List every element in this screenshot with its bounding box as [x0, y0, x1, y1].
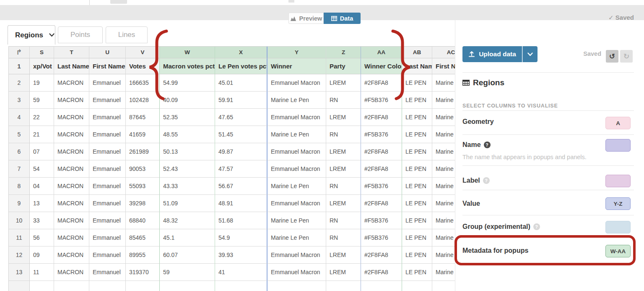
- cell-W12[interactable]: 60.07: [160, 246, 215, 264]
- cell-AC3[interactable]: Marine: [432, 92, 455, 109]
- cell-AC7[interactable]: Marine: [432, 160, 455, 178]
- cell-V11[interactable]: 85465: [126, 229, 160, 246]
- cell-Z9[interactable]: LREM: [326, 195, 361, 212]
- column-letter-AC[interactable]: AC: [432, 47, 455, 58]
- cell-Z11[interactable]: RN: [326, 229, 361, 246]
- cell-AC6[interactable]: Marine: [432, 143, 455, 160]
- cell-T11[interactable]: MACRON: [54, 229, 89, 246]
- column-header-Y[interactable]: Winner: [267, 58, 326, 74]
- column-header-Z[interactable]: Party: [326, 58, 361, 74]
- cell-Z6[interactable]: LREM: [326, 143, 361, 160]
- row-number[interactable]: 7: [9, 160, 30, 178]
- column-header-U[interactable]: First Name: [89, 58, 126, 74]
- cell-U9[interactable]: Emmanuel: [89, 195, 126, 212]
- column-letter-AB[interactable]: AB: [402, 47, 432, 58]
- cell-S12[interactable]: 09: [30, 246, 54, 264]
- tab-regions[interactable]: Regions: [8, 25, 55, 45]
- cell-Y13[interactable]: Emmanuel Macron: [267, 264, 326, 281]
- redo-button[interactable]: ↻: [620, 50, 633, 63]
- cell-V8[interactable]: 55093: [126, 178, 160, 195]
- cell-Y3[interactable]: Marine Le Pen: [267, 92, 326, 109]
- cell-AB4[interactable]: LE PEN: [402, 109, 432, 126]
- cell-W8[interactable]: 43.33: [160, 178, 215, 195]
- undo-button[interactable]: ↺: [606, 50, 618, 63]
- cell-AB10[interactable]: LE PEN: [402, 212, 432, 229]
- cell-AB13[interactable]: LE PEN: [402, 264, 432, 281]
- cell-W11[interactable]: 45.1: [160, 229, 215, 246]
- cell-AC10[interactable]: Marine: [432, 212, 455, 229]
- cell-T13[interactable]: MACRON: [54, 264, 89, 281]
- cell-Y4[interactable]: Emmanuel Macron: [267, 109, 326, 126]
- cell-T3[interactable]: MACRON: [54, 92, 89, 109]
- cell-AB6[interactable]: LE PEN: [402, 143, 432, 160]
- cell-empty[interactable]: [361, 281, 402, 291]
- row-number[interactable]: 8: [9, 178, 30, 195]
- cell-X9[interactable]: 48.91: [215, 195, 267, 212]
- cell-W3[interactable]: 40.09: [160, 92, 215, 109]
- cell-X4[interactable]: 47.65: [215, 109, 267, 126]
- cell-U4[interactable]: Emmanuel: [89, 109, 126, 126]
- column-letter-W[interactable]: W: [160, 47, 215, 58]
- cell-Y7[interactable]: Emmanuel Macron: [267, 160, 326, 178]
- row-number[interactable]: 9: [9, 195, 30, 212]
- cell-X6[interactable]: 49.87: [215, 143, 267, 160]
- column-header-X[interactable]: Le Pen votes pct: [215, 58, 267, 74]
- cell-V9[interactable]: 39298: [126, 195, 160, 212]
- column-binding-badge-group-experimental[interactable]: [605, 221, 631, 233]
- cell-W6[interactable]: 50.13: [160, 143, 215, 160]
- cell-Y9[interactable]: Emmanuel Macron: [267, 195, 326, 212]
- cell-U2[interactable]: Emmanuel: [89, 74, 126, 92]
- data-button[interactable]: Data: [324, 13, 361, 24]
- cell-Y2[interactable]: Emmanuel Macron: [267, 74, 326, 92]
- cell-S11[interactable]: 56: [30, 229, 54, 246]
- cell-empty[interactable]: [432, 281, 455, 291]
- column-header-T[interactable]: Last Name: [54, 58, 89, 74]
- cell-empty[interactable]: [326, 281, 361, 291]
- cell-S6[interactable]: 07: [30, 143, 54, 160]
- cell-empty[interactable]: [54, 281, 89, 291]
- cell-empty[interactable]: [402, 281, 432, 291]
- cell-S4[interactable]: 22: [30, 109, 54, 126]
- column-header-AA[interactable]: Winner Color: [361, 58, 402, 74]
- cell-V10[interactable]: 68840: [126, 212, 160, 229]
- cell-S13[interactable]: 11: [30, 264, 54, 281]
- cell-AB7[interactable]: LE PEN: [402, 160, 432, 178]
- cell-AA13[interactable]: #2F8FA8: [361, 264, 402, 281]
- cell-AA6[interactable]: #2F8FA8: [361, 143, 402, 160]
- cell-V12[interactable]: 89955: [126, 246, 160, 264]
- cell-T5[interactable]: MACRON: [54, 126, 89, 143]
- cell-AC2[interactable]: Marine: [432, 74, 455, 92]
- cell-U5[interactable]: Emmanuel: [89, 126, 126, 143]
- column-header-V[interactable]: Votes: [126, 58, 160, 74]
- cell-AC5[interactable]: Marine: [432, 126, 455, 143]
- cell-AB8[interactable]: LE PEN: [402, 178, 432, 195]
- cell-AB2[interactable]: LE PEN: [402, 74, 432, 92]
- cell-Y5[interactable]: Marine Le Pen: [267, 126, 326, 143]
- column-binding-badge-label[interactable]: [605, 175, 631, 187]
- cell-AA3[interactable]: #F5B376: [361, 92, 402, 109]
- cell-empty[interactable]: [89, 281, 126, 291]
- cell-V6[interactable]: 261989: [126, 143, 160, 160]
- cell-T9[interactable]: MACRON: [54, 195, 89, 212]
- cell-T7[interactable]: MACRON: [54, 160, 89, 178]
- cell-V3[interactable]: 102428: [126, 92, 160, 109]
- cell-W5[interactable]: 48.55: [160, 126, 215, 143]
- help-icon[interactable]: ?: [484, 142, 491, 148]
- cell-T4[interactable]: MACRON: [54, 109, 89, 126]
- cell-empty[interactable]: [160, 281, 215, 291]
- column-letter-Z[interactable]: Z: [326, 47, 361, 58]
- column-letter-U[interactable]: U: [89, 47, 126, 58]
- cell-X11[interactable]: 54.9: [215, 229, 267, 246]
- column-letter-T[interactable]: T: [54, 47, 89, 58]
- cell-AA7[interactable]: #2F8FA8: [361, 160, 402, 178]
- cell-empty[interactable]: [215, 281, 267, 291]
- row-number[interactable]: 3: [9, 92, 30, 109]
- cell-V13[interactable]: 319370: [126, 264, 160, 281]
- tab-points[interactable]: Points: [58, 26, 103, 43]
- cell-W10[interactable]: 48.32: [160, 212, 215, 229]
- cell-X8[interactable]: 56.67: [215, 178, 267, 195]
- column-letter-Y[interactable]: Y: [267, 47, 326, 58]
- cell-AC11[interactable]: Marine: [432, 229, 455, 246]
- cell-X13[interactable]: 41: [215, 264, 267, 281]
- cell-X10[interactable]: 51.68: [215, 212, 267, 229]
